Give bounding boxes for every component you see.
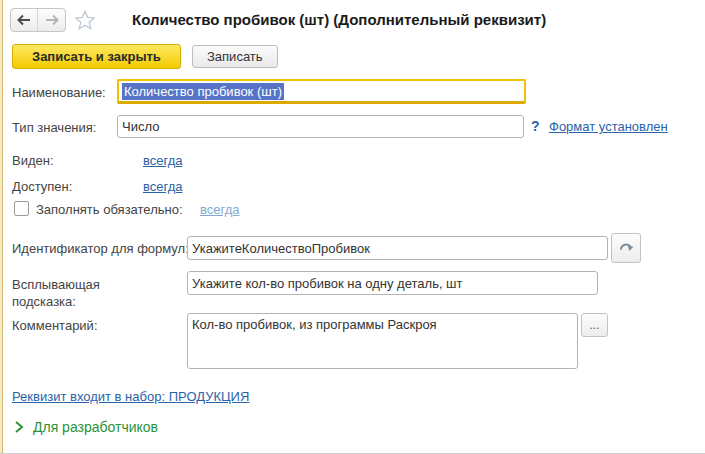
format-link[interactable]: Формат установлен	[549, 119, 668, 134]
comment-textarea[interactable]: Кол-во пробивок, из программы Раскроя	[187, 313, 578, 369]
available-label: Доступен:	[12, 179, 72, 194]
identifier-input[interactable]	[187, 236, 608, 260]
developers-group-toggle[interactable]: Для разработчиков	[14, 419, 158, 435]
visible-always-link[interactable]: всегда	[143, 153, 182, 168]
required-checkbox[interactable]	[14, 201, 29, 216]
name-input-selected-text: Количество пробивок (шт)	[122, 83, 284, 100]
required-label: Заполнять обязательно:	[36, 202, 183, 217]
tooltip-label: Всплывающая подсказка:	[12, 276, 132, 310]
name-label: Наименование:	[12, 85, 106, 100]
attribute-set-link[interactable]: Реквизит входит в набор: ПРОДУКЦИЯ	[12, 389, 249, 404]
chevron-right-icon	[14, 420, 24, 434]
value-type-help-icon[interactable]: ?	[531, 118, 540, 134]
tooltip-input[interactable]	[187, 271, 598, 295]
back-button[interactable]	[11, 9, 38, 31]
favorite-star-icon[interactable]	[74, 9, 96, 31]
forward-arrow-icon	[44, 14, 60, 26]
identifier-label: Идентификатор для формул:	[12, 241, 189, 256]
curved-arrow-icon	[617, 239, 635, 257]
value-type-input[interactable]	[117, 115, 524, 138]
regenerate-identifier-button[interactable]	[611, 233, 641, 263]
page-title: Количество пробивок (шт) (Дополнительный…	[132, 11, 546, 28]
form-left-edge-line	[2, 0, 3, 453]
back-arrow-icon	[16, 14, 32, 26]
developers-group-label: Для разработчиков	[33, 419, 158, 435]
available-always-link[interactable]: всегда	[143, 179, 182, 194]
visible-label: Виден:	[12, 153, 54, 168]
required-always-link: всегда	[200, 202, 239, 217]
name-input[interactable]: Количество пробивок (шт)	[117, 79, 526, 104]
forward-button[interactable]	[38, 9, 65, 31]
attribute-edit-form: Количество пробивок (шт) (Дополнительный…	[0, 0, 705, 454]
history-nav	[10, 8, 66, 32]
comment-more-button[interactable]: ...	[581, 313, 608, 337]
comment-label: Комментарий:	[12, 318, 98, 333]
save-button[interactable]: Записать	[192, 45, 278, 68]
value-type-label: Тип значения:	[12, 120, 96, 135]
save-and-close-button[interactable]: Записать и закрыть	[12, 44, 181, 69]
